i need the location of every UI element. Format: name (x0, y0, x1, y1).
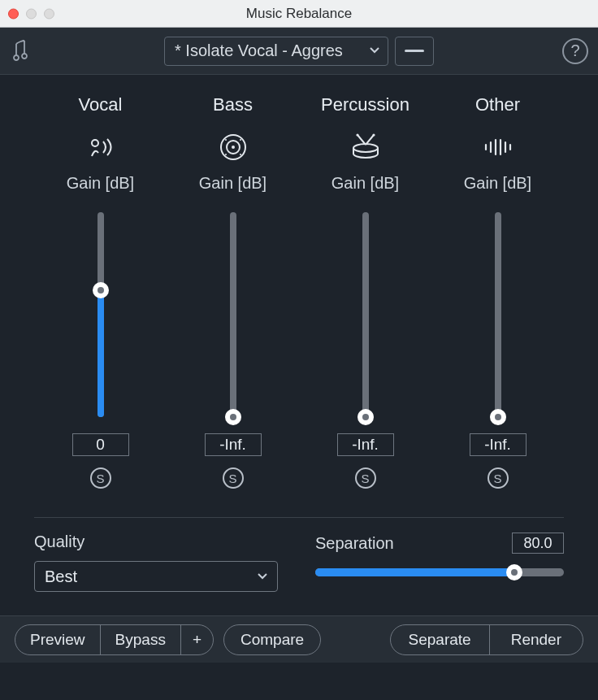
preset-name: * Isolate Vocal - Aggres (175, 41, 343, 60)
svg-point-10 (372, 133, 375, 136)
close-window-button[interactable] (8, 8, 19, 19)
slider-thumb[interactable] (490, 409, 506, 425)
separation-value[interactable]: 80.0 (512, 533, 564, 554)
help-button[interactable]: ? (562, 38, 588, 64)
vocal-gain-value[interactable]: 0 (72, 433, 129, 456)
quality-value: Best (45, 567, 77, 586)
svg-point-9 (356, 133, 358, 136)
svg-point-5 (240, 139, 241, 141)
other-gain-value[interactable]: -Inf. (470, 433, 526, 456)
preset-dropdown[interactable]: * Isolate Vocal - Aggres (164, 37, 388, 66)
quality-label: Quality (34, 533, 278, 551)
preset-menu-button[interactable] (395, 37, 434, 66)
slider-thumb[interactable] (506, 564, 522, 580)
slider-thumb[interactable] (358, 409, 374, 425)
chevron-down-icon (368, 41, 381, 60)
bypass-button[interactable]: Bypass (101, 625, 181, 654)
slider-thumb[interactable] (93, 282, 109, 298)
percussion-gain-slider[interactable] (362, 212, 369, 417)
zoom-window-button[interactable] (44, 8, 54, 19)
minimize-window-button[interactable] (26, 8, 37, 19)
svg-point-0 (92, 140, 98, 146)
channel-other: Other Gain [dB] -Inf. S (431, 94, 564, 517)
vocal-gain-slider[interactable] (98, 212, 104, 417)
other-gain-slider[interactable] (495, 212, 501, 417)
gain-label: Gain [dB] (199, 174, 266, 193)
channel-bass: Bass Gain [dB] -Inf. S (167, 94, 299, 517)
separation-slider[interactable] (315, 568, 564, 576)
bass-solo-button[interactable]: S (223, 467, 244, 489)
svg-point-6 (225, 154, 227, 155)
svg-point-4 (225, 139, 227, 141)
toolbar: * Isolate Vocal - Aggres ? (0, 28, 598, 75)
separate-render-group: Separate Render (390, 624, 583, 655)
channel-percussion: Percussion Gain [dB] -Inf. S (299, 94, 431, 517)
vocal-icon (85, 132, 116, 163)
bass-gain-slider[interactable] (230, 212, 236, 417)
svg-point-8 (353, 144, 378, 152)
separation-label: Separation (315, 534, 394, 553)
bypass-options-button[interactable]: + (181, 625, 213, 654)
chevron-down-icon (256, 567, 269, 586)
svg-point-7 (240, 154, 241, 155)
gain-label: Gain [dB] (332, 174, 399, 193)
other-solo-button[interactable]: S (488, 467, 509, 489)
hamburger-icon (405, 50, 424, 51)
preview-bypass-group: Preview Bypass + (15, 624, 214, 655)
help-icon: ? (570, 41, 579, 60)
channels-area: Vocal Gain [dB] 0 S Bass (34, 75, 564, 518)
vocal-solo-button[interactable]: S (90, 467, 111, 489)
channel-label: Vocal (79, 94, 123, 115)
bass-icon (218, 132, 249, 163)
percussion-solo-button[interactable]: S (355, 467, 376, 489)
module-logo-icon (10, 37, 37, 65)
svg-point-3 (232, 146, 235, 149)
compare-button[interactable]: Compare (223, 624, 321, 655)
channel-label: Percussion (321, 94, 410, 115)
preview-button[interactable]: Preview (15, 625, 101, 654)
channel-label: Bass (213, 94, 253, 115)
window-titlebar: Music Rebalance (0, 0, 598, 28)
bass-gain-value[interactable]: -Inf. (205, 433, 262, 456)
window-controls (8, 8, 54, 19)
quality-dropdown[interactable]: Best (34, 561, 278, 592)
footer-toolbar: Preview Bypass + Compare Separate Render (0, 615, 598, 663)
channel-label: Other (475, 94, 520, 115)
percussion-icon (350, 132, 381, 163)
render-button[interactable]: Render (490, 625, 583, 654)
other-icon (483, 132, 514, 163)
separate-button[interactable]: Separate (391, 625, 490, 654)
quality-separation-row: Quality Best Separation 80.0 (0, 518, 598, 615)
gain-label: Gain [dB] (67, 174, 134, 193)
gain-label: Gain [dB] (464, 174, 531, 193)
slider-thumb[interactable] (225, 409, 241, 425)
channel-vocal: Vocal Gain [dB] 0 S (34, 94, 167, 517)
window-title: Music Rebalance (0, 6, 598, 22)
percussion-gain-value[interactable]: -Inf. (337, 433, 394, 456)
